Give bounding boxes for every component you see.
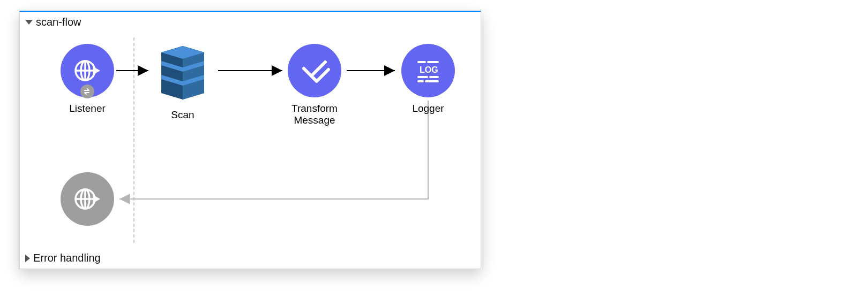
node-response[interactable] [55, 172, 119, 226]
scan-label: Scan [151, 109, 215, 121]
node-logger[interactable]: LOG Logger [396, 44, 460, 114]
flow-header[interactable]: scan-flow [25, 16, 81, 28]
node-listener[interactable]: Listener [55, 44, 119, 114]
node-transform-message[interactable]: Transform Message [266, 44, 363, 126]
caret-right-icon [25, 255, 30, 262]
exchange-badge-icon [80, 85, 94, 98]
transform-icon [288, 44, 341, 97]
svg-text:LOG: LOG [420, 65, 438, 74]
canvas-stage: scan-flow [0, 0, 868, 291]
response-icon [61, 172, 114, 226]
logger-icon: LOG [401, 44, 455, 97]
source-divider [133, 37, 134, 243]
caret-down-icon [25, 20, 33, 25]
transform-label: Transform Message [266, 103, 363, 126]
node-scan[interactable]: Scan [151, 42, 215, 121]
error-handling-header[interactable]: Error handling [25, 252, 101, 264]
listener-label: Listener [55, 103, 119, 114]
error-handling-label: Error handling [33, 252, 101, 264]
flow-title: scan-flow [36, 16, 81, 28]
flow-panel: scan-flow [19, 11, 481, 269]
database-icon [151, 42, 215, 104]
logger-label: Logger [396, 103, 460, 114]
